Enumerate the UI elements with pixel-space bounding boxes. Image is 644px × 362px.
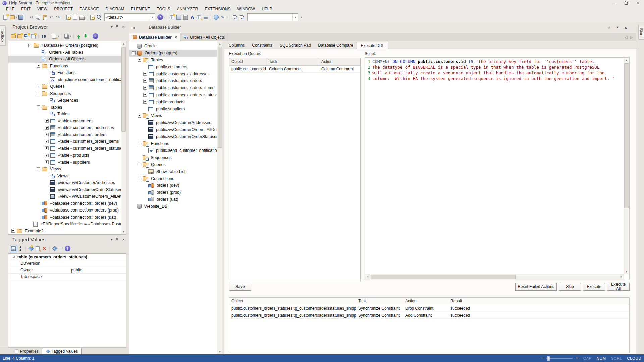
- paste-icon[interactable]: [41, 14, 48, 21]
- expander-icon[interactable]: [45, 140, 49, 143]
- column-header[interactable]: Task: [267, 58, 319, 65]
- expander-icon[interactable]: [28, 44, 32, 47]
- column-header[interactable]: Result: [448, 298, 630, 305]
- pen-icon[interactable]: ✎: [219, 14, 226, 21]
- find-in-files-icon[interactable]: [89, 14, 96, 21]
- tree-item[interactable]: Oracle: [129, 43, 222, 50]
- redo-icon[interactable]: ↷: [55, 14, 61, 21]
- pin-icon[interactable]: [116, 237, 119, 242]
- workspace-icon[interactable]: [232, 14, 238, 21]
- list-view-icon[interactable]: [202, 14, 209, 21]
- status-toggle-scrl[interactable]: SCRL: [611, 356, 622, 360]
- sort-az-icon[interactable]: [17, 245, 24, 252]
- dock-tab-tagged-values[interactable]: Tagged Values: [42, 348, 82, 355]
- start-tab[interactable]: Start: [638, 25, 644, 40]
- help-icon[interactable]: [93, 33, 98, 39]
- table-row[interactable]: public.customers.idColumn CommentColumn …: [229, 66, 360, 73]
- tab-database-compare[interactable]: Database Compare: [314, 42, 357, 49]
- window-layout-icon[interactable]: [238, 14, 245, 21]
- properties-page-icon[interactable]: [175, 14, 182, 21]
- expander-icon[interactable]: [143, 86, 147, 90]
- scrollbar-vertical[interactable]: ▲ ▼: [624, 58, 629, 274]
- zoom-track[interactable]: [546, 358, 573, 359]
- menu-package[interactable]: PACKAGE: [76, 6, 102, 12]
- expander-icon[interactable]: [138, 58, 141, 62]
- tab-columns[interactable]: Columns: [225, 42, 248, 49]
- hyperlink-icon[interactable]: [213, 14, 219, 21]
- close-button[interactable]: ×: [632, 0, 644, 6]
- table-row[interactable]: public.customers_orders_statuses.tg_cust…: [229, 305, 629, 312]
- tree-item[interactable]: Functions: [8, 69, 126, 76]
- scrollbar-thumb[interactable]: [121, 47, 126, 132]
- delete-tag-icon[interactable]: [41, 245, 48, 252]
- expander-icon[interactable]: [45, 126, 49, 130]
- tree-item[interactable]: Sequences: [8, 90, 126, 97]
- tree-item[interactable]: Queries: [8, 83, 126, 90]
- reset-failed-actions-button[interactable]: Reset Failed Actions: [515, 283, 557, 291]
- tree-item[interactable]: «view» vwCustomerOrders_AllDeta: [8, 193, 126, 200]
- checklist-icon[interactable]: [58, 245, 65, 252]
- scroll-down-icon[interactable]: ▼: [624, 269, 629, 274]
- tree-item[interactable]: «table» customers: [8, 118, 126, 125]
- doc-tab-orders---all-objects[interactable]: Orders - All Objects: [180, 33, 228, 41]
- edit-tag-icon[interactable]: [34, 245, 41, 252]
- tree-item[interactable]: public.customers_orders_items: [129, 84, 222, 92]
- tagged-value-row[interactable]: DBVersion: [8, 260, 126, 267]
- collapse-triangle-icon[interactable]: [12, 256, 15, 258]
- tagged-values-group-row[interactable]: table (customers_orders_statuses): [8, 254, 126, 260]
- tree-item[interactable]: «view» vwCustomerAddresses: [8, 179, 126, 186]
- tree-item[interactable]: «database connection» orders (uat): [8, 214, 126, 221]
- tree-item[interactable]: public.customers: [129, 63, 222, 70]
- tree-item[interactable]: public.vwCustomerAddresses: [129, 119, 222, 126]
- status-toggle-cap[interactable]: CAP: [583, 356, 592, 360]
- expander-icon[interactable]: [45, 146, 49, 150]
- expander-icon[interactable]: [138, 177, 141, 180]
- scrollbar-thumb[interactable]: [371, 275, 516, 279]
- menu-tools[interactable]: TOOLS: [153, 6, 173, 12]
- minimize-button[interactable]: [608, 0, 620, 6]
- menu-analyzer[interactable]: ANALYZER: [174, 6, 201, 12]
- perspective-combo[interactable]: <default>▾: [104, 13, 155, 21]
- collapse-view-icon[interactable]: «: [607, 26, 612, 28]
- new-document-icon[interactable]: [72, 14, 78, 21]
- scroll-down-icon[interactable]: ▼: [217, 349, 222, 354]
- tree-item[interactable]: «view» vwCustomerOrderStatuses: [8, 186, 126, 193]
- tree-item[interactable]: Show Table List: [129, 168, 222, 175]
- expander-icon[interactable]: [37, 167, 40, 171]
- print-icon[interactable]: [78, 14, 85, 21]
- menu-extensions[interactable]: EXTENSIONS: [201, 6, 234, 12]
- tree-item[interactable]: public.vwCustomerOrders_AllDetails: [129, 126, 222, 133]
- tree-item[interactable]: «Database» Orders (postgres): [8, 42, 126, 49]
- menu-project[interactable]: PROJECT: [51, 6, 76, 12]
- new-model-icon[interactable]: [10, 33, 16, 40]
- close-panel-icon[interactable]: ×: [122, 237, 125, 242]
- column-header[interactable]: Object: [229, 298, 356, 305]
- duplicate-icon[interactable]: [63, 33, 70, 40]
- script-text-area[interactable]: 1COMMENT ON COLUMN public.customers.id I…: [365, 58, 624, 274]
- toolbox-tab[interactable]: Toolbox: [0, 25, 6, 46]
- tree-item[interactable]: «EAReportSpecification» «Database» Postg…: [8, 221, 126, 228]
- tab-sql-scratch-pad[interactable]: SQL Scratch Pad: [276, 42, 314, 49]
- tree-item[interactable]: Views: [129, 112, 222, 119]
- tree-item[interactable]: public.customers_orders: [129, 77, 222, 84]
- expander-icon[interactable]: [37, 85, 40, 88]
- tab-execute-ddl[interactable]: Execute DDL: [357, 42, 388, 49]
- expander-icon[interactable]: [37, 64, 40, 68]
- scrollbar-thumb[interactable]: [624, 63, 629, 208]
- tree-item[interactable]: orders (uat): [129, 196, 222, 203]
- breadcrumb-chevron[interactable]: »: [129, 25, 140, 31]
- menu-window[interactable]: WINDOW: [234, 6, 259, 12]
- print-preview-icon[interactable]: [65, 14, 72, 21]
- matrix-icon[interactable]: [196, 14, 202, 21]
- tree-item[interactable]: Functions: [129, 140, 222, 147]
- dropdown-arrow-icon[interactable]: ▾: [301, 16, 302, 19]
- zoom-thumb[interactable]: [547, 356, 550, 361]
- scroll-up-icon[interactable]: ▲: [217, 41, 222, 46]
- expander-icon[interactable]: [143, 100, 147, 104]
- search-combo[interactable]: ▾: [247, 13, 298, 21]
- save-icon[interactable]: [17, 14, 24, 21]
- pin-icon[interactable]: [116, 25, 119, 29]
- expander-icon[interactable]: [45, 154, 49, 157]
- tree-item[interactable]: «table» customers_orders_statuses: [8, 145, 126, 152]
- menu-file[interactable]: FILE: [3, 6, 18, 12]
